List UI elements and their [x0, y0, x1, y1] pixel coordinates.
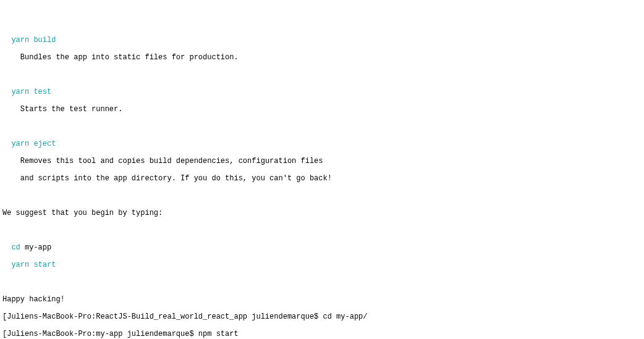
yarn-eject-cmd: yarn eject — [2, 140, 642, 148]
cmd-text: yarn eject — [11, 140, 56, 148]
prompt-npm-start: [Juliens-MacBook-Pro:my-app juliendemarq… — [2, 330, 642, 338]
yarn-test-desc: Starts the test runner. — [2, 105, 642, 114]
cmd-text: yarn test — [11, 88, 51, 96]
cd-text: cd — [11, 243, 25, 252]
cd-cmd: cd my-app — [2, 243, 642, 252]
yarn-build-cmd: yarn build — [2, 36, 642, 44]
yarn-eject-desc2: and scripts into the app directory. If y… — [2, 174, 642, 183]
blank-line — [2, 70, 642, 79]
blank-line — [2, 122, 642, 131]
yarn-start-cmd: yarn start — [2, 261, 642, 269]
suggest-line: We suggest that you begin by typing: — [2, 209, 642, 217]
happy-hacking: Happy hacking! — [2, 295, 642, 304]
yarn-build-desc: Bundles the app into static files for pr… — [2, 53, 642, 62]
yarn-eject-desc1: Removes this tool and copies build depen… — [2, 157, 642, 165]
blank-line — [2, 278, 642, 287]
cmd-text: yarn build — [11, 36, 56, 44]
prompt-cd: [Juliens-MacBook-Pro:ReactJS-Build_real_… — [2, 312, 642, 321]
yarn-test-cmd: yarn test — [2, 88, 642, 96]
cmd-text: yarn start — [11, 261, 56, 269]
blank-line — [2, 191, 642, 200]
blank-line — [2, 226, 642, 235]
